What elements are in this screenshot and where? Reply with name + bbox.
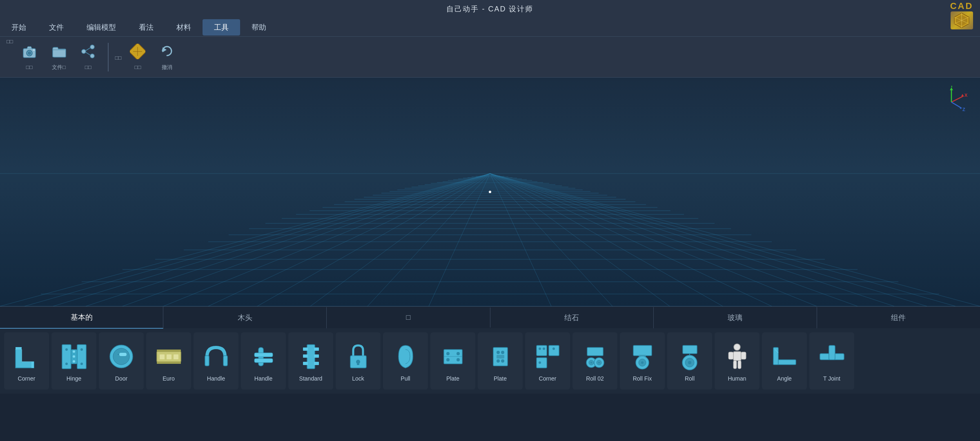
- part-pull[interactable]: Pull: [383, 332, 428, 390]
- svg-point-152: [598, 362, 600, 363]
- part-human[interactable]: Human: [715, 332, 760, 390]
- nav-item-start[interactable]: 开始: [0, 19, 38, 36]
- toolbar-group2: □□: [115, 53, 122, 61]
- svg-point-100: [80, 348, 83, 351]
- svg-rect-138: [497, 355, 504, 359]
- svg-rect-92: [62, 345, 71, 369]
- part-standard[interactable]: Standard: [288, 332, 333, 390]
- svg-rect-107: [160, 354, 165, 359]
- part-handle1[interactable]: Handle: [194, 332, 238, 390]
- part-lock[interactable]: Lock: [336, 332, 381, 390]
- part-rollfix[interactable]: Roll Fix: [620, 332, 665, 390]
- part-corner2[interactable]: Corner: [525, 332, 570, 390]
- part-lock-icon: [342, 340, 374, 373]
- toolbar-group1-label: □□: [7, 38, 13, 45]
- svg-rect-111: [157, 362, 181, 364]
- svg-point-130: [446, 358, 450, 361]
- part-handle2-icon: [247, 340, 280, 373]
- part-hinge[interactable]: Hinge: [51, 332, 96, 390]
- part-euro-label: Euro: [163, 375, 175, 382]
- part-tjoint[interactable]: T Joint: [809, 332, 854, 390]
- part-handle2[interactable]: Handle: [241, 332, 286, 390]
- category-basic[interactable]: 基本的: [0, 307, 163, 329]
- nav-item-view[interactable]: 看法: [127, 19, 165, 36]
- nav-item-tools[interactable]: 工具: [203, 19, 240, 36]
- svg-rect-126: [357, 362, 359, 365]
- svg-point-103: [113, 348, 129, 365]
- svg-point-129: [457, 352, 460, 355]
- part-pull-label: Pull: [401, 375, 410, 382]
- part-pull-icon: [389, 340, 422, 373]
- cad-logo-icon: [951, 11, 973, 29]
- toolbar-divider: [108, 43, 109, 71]
- viewport[interactable]: X Y Z: [0, 78, 980, 306]
- svg-rect-93: [77, 345, 86, 369]
- svg-point-156: [641, 361, 644, 364]
- nav-cube[interactable]: X Y Z: [935, 86, 968, 118]
- part-corner2-label: Corner: [539, 375, 557, 382]
- toolbar-folder-label: 文件□: [52, 64, 66, 71]
- part-door-icon: [105, 340, 138, 373]
- part-angle[interactable]: Angle: [762, 332, 807, 390]
- undo-icon: [159, 43, 175, 62]
- part-roll[interactable]: Roll: [667, 332, 712, 390]
- nav-item-file[interactable]: 文件: [38, 19, 75, 36]
- part-roll02[interactable]: Roll 02: [572, 332, 617, 390]
- part-lock-label: Lock: [352, 375, 364, 382]
- svg-text:Y: Y: [950, 86, 953, 88]
- nav-item-help[interactable]: 帮助: [240, 19, 278, 36]
- nav-item-material[interactable]: 材料: [165, 19, 203, 36]
- category-box[interactable]: □: [327, 307, 490, 327]
- svg-line-13: [86, 52, 90, 55]
- part-corner2-icon: [531, 340, 564, 373]
- svg-point-131: [457, 358, 460, 361]
- svg-rect-159: [683, 345, 697, 354]
- svg-point-162: [688, 361, 691, 364]
- svg-rect-113: [223, 356, 227, 366]
- svg-rect-140: [549, 345, 559, 356]
- svg-point-96: [73, 355, 75, 358]
- svg-rect-108: [167, 354, 172, 359]
- svg-point-143: [543, 347, 545, 350]
- svg-point-142: [539, 347, 541, 350]
- category-component[interactable]: 组件: [817, 307, 980, 328]
- toolbar-undo-label: 撤消: [162, 64, 172, 71]
- svg-rect-119: [314, 347, 319, 351]
- nav-bar: 开始 文件 编辑模型 看法 材料 工具 帮助: [0, 18, 980, 37]
- part-euro[interactable]: Euro: [146, 332, 191, 390]
- svg-line-12: [86, 48, 90, 51]
- part-plate2-label: Plate: [494, 375, 507, 382]
- svg-rect-146: [587, 347, 603, 356]
- svg-rect-116: [254, 359, 273, 363]
- menu-bar: 自己动手 - CAD 设计师 CAD: [0, 0, 980, 18]
- svg-rect-174: [829, 345, 835, 360]
- svg-rect-168: [733, 361, 737, 369]
- part-plate1[interactable]: Plate: [430, 332, 475, 390]
- part-corner[interactable]: Corner: [4, 332, 49, 390]
- toolbar-ruler[interactable]: □□: [125, 42, 151, 72]
- svg-point-99: [65, 363, 68, 365]
- part-plate2[interactable]: Plate: [478, 332, 523, 390]
- svg-point-101: [80, 363, 83, 365]
- category-wood[interactable]: 木头: [163, 307, 327, 328]
- part-plate2-icon: [484, 340, 517, 373]
- toolbar-folder[interactable]: 文件□: [46, 42, 72, 73]
- svg-rect-115: [254, 353, 273, 357]
- part-door[interactable]: Door: [99, 332, 144, 390]
- toolbar-undo[interactable]: 撤消: [154, 42, 180, 73]
- svg-rect-167: [741, 352, 746, 359]
- part-rollfix-icon: [626, 340, 659, 373]
- part-roll02-label: Roll 02: [586, 375, 604, 382]
- category-glass[interactable]: 玻璃: [654, 307, 817, 328]
- category-stone[interactable]: 结石: [490, 307, 654, 328]
- svg-point-9: [90, 45, 94, 49]
- part-human-icon: [721, 340, 753, 373]
- svg-line-81: [951, 96, 964, 102]
- svg-point-149: [590, 362, 592, 363]
- part-rollfix-label: Roll Fix: [633, 375, 652, 382]
- svg-rect-127: [444, 350, 462, 364]
- toolbar-camera[interactable]: □□: [16, 42, 42, 72]
- category-bar: 基本的 木头 □ 结石 玻璃 组件: [0, 306, 980, 328]
- toolbar-share[interactable]: □□: [75, 42, 101, 72]
- nav-item-edit[interactable]: 编辑模型: [75, 19, 127, 36]
